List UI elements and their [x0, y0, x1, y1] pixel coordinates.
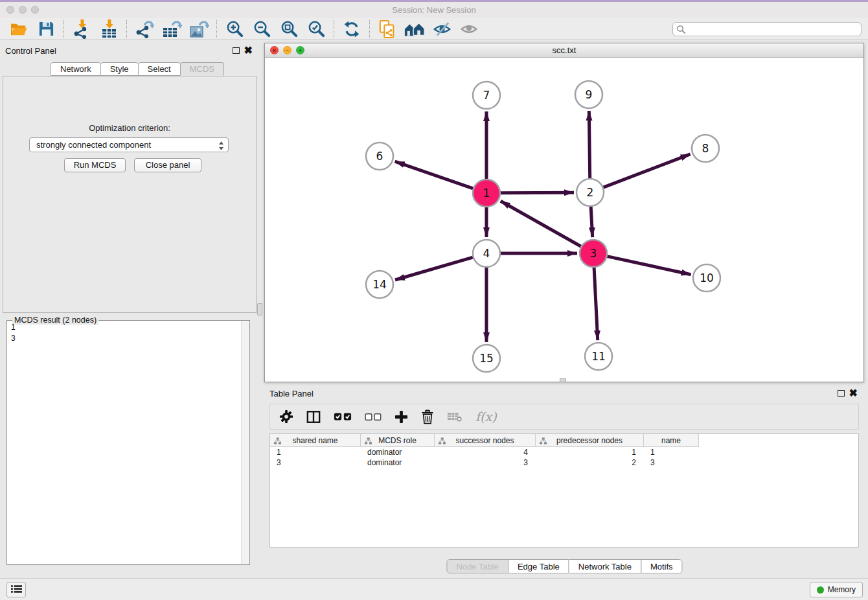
edge-2-8[interactable]	[604, 154, 691, 187]
cell-name[interactable]: 3	[644, 457, 699, 468]
column-tree-icon	[365, 437, 372, 446]
cell-successor-nodes[interactable]: 4	[435, 447, 536, 457]
zoom-selected-icon[interactable]	[303, 19, 330, 40]
node-label-14: 14	[372, 278, 387, 291]
node-table-rows: 1dominator4113dominator323	[270, 447, 858, 468]
memory-button[interactable]: Memory	[810, 582, 863, 597]
mcds-panel: Optimization criterion: strongly connect…	[3, 76, 257, 313]
table-row[interactable]: 3dominator323	[270, 457, 858, 468]
export-table-icon[interactable]	[158, 19, 185, 40]
edge-3-1[interactable]	[501, 201, 581, 246]
optimization-criterion-select[interactable]: strongly connected component	[29, 137, 229, 152]
toolbar-separator	[369, 20, 370, 38]
search-field-wrap	[672, 22, 862, 36]
column-tree-icon	[439, 437, 446, 446]
cell-name[interactable]: 1	[644, 447, 699, 457]
show-panel-eye-icon[interactable]	[455, 19, 483, 40]
export-network-icon[interactable]	[131, 19, 158, 40]
cell-predecessor-nodes[interactable]: 2	[536, 457, 644, 468]
panel-splitter-grip[interactable]	[257, 303, 262, 316]
node-table[interactable]: shared nameMCDS rolesuccessor nodesprede…	[269, 433, 859, 548]
column-header-predecessor-nodes[interactable]: predecessor nodes	[536, 434, 644, 447]
edge-3-10[interactable]	[607, 257, 691, 275]
select-stepper-icon	[218, 141, 224, 153]
tab-network-table[interactable]: Network Table	[569, 559, 641, 573]
hide-panel-eye-icon[interactable]	[428, 19, 455, 40]
apply-layout-icon[interactable]	[338, 19, 365, 40]
cell-successor-nodes[interactable]: 3	[435, 457, 536, 468]
tab-select[interactable]: Select	[138, 62, 181, 76]
select-all-columns-icon[interactable]	[334, 412, 352, 421]
column-header-name[interactable]: name	[644, 434, 699, 447]
table-row[interactable]: 1dominator411	[270, 447, 858, 457]
edge-3-11[interactable]	[594, 268, 598, 340]
unselect-all-columns-icon[interactable]	[365, 413, 382, 421]
table-settings-gear-icon[interactable]	[279, 410, 293, 424]
task-history-button[interactable]	[6, 582, 26, 597]
function-builder-icon: f(x)	[475, 410, 497, 424]
node-label-7: 7	[483, 89, 490, 102]
zoom-fit-icon[interactable]	[275, 19, 303, 40]
close-table-panel-icon[interactable]: ✖	[849, 386, 858, 400]
mcds-result-scrollbar[interactable]	[241, 321, 249, 564]
table-panel-header: Table Panel ✖	[264, 386, 864, 402]
import-network-icon[interactable]	[68, 19, 95, 40]
search-input[interactable]	[672, 22, 862, 36]
main-toolbar	[0, 18, 868, 40]
network-window-resize-grip[interactable]	[560, 378, 566, 382]
mcds-result-line: 3	[11, 333, 240, 344]
mcds-result-lines: 13	[7, 322, 240, 564]
column-label: MCDS role	[378, 436, 417, 445]
open-session-icon[interactable]	[5, 19, 32, 40]
table-panel: Table Panel ✖ f(x) shared nameMCDS roles…	[264, 386, 864, 575]
cell-shared-name[interactable]: 1	[270, 447, 361, 457]
tab-node-table[interactable]: Node Table	[446, 559, 508, 573]
float-panel-icon[interactable]	[233, 47, 240, 54]
column-header-mcds-role[interactable]: MCDS role	[361, 434, 435, 447]
cell-mcds-role[interactable]: dominator	[361, 447, 435, 457]
delete-column-trash-icon[interactable]	[421, 410, 434, 424]
column-label: predecessor nodes	[556, 436, 622, 445]
cell-predecessor-nodes[interactable]: 1	[536, 447, 644, 457]
show-column-panel-icon[interactable]	[306, 410, 321, 424]
export-image-icon[interactable]	[185, 19, 212, 40]
edge-1-2[interactable]	[501, 192, 574, 193]
float-table-panel-icon[interactable]	[838, 390, 845, 397]
column-label: name	[661, 436, 681, 445]
tab-mcds[interactable]: MCDS	[180, 62, 224, 76]
table-toolbar: f(x)	[269, 404, 859, 430]
network-window-titlebar[interactable]: × − + scc.txt	[265, 43, 863, 58]
zoom-out-icon[interactable]	[248, 19, 275, 40]
network-overview-icon[interactable]	[401, 19, 428, 40]
zoom-in-icon[interactable]	[221, 19, 248, 40]
tab-network[interactable]: Network	[51, 62, 101, 76]
column-tree-icon	[274, 437, 281, 446]
cell-shared-name[interactable]: 3	[270, 457, 361, 468]
edge-1-6[interactable]	[395, 161, 474, 189]
window-title: Session: New Session	[0, 5, 868, 15]
tab-edge-table[interactable]: Edge Table	[508, 559, 569, 573]
column-header-successor-nodes[interactable]: successor nodes	[435, 434, 536, 447]
column-label: shared name	[292, 436, 337, 445]
toolbar-separator	[126, 20, 127, 38]
node-label-15: 15	[479, 352, 494, 365]
close-panel-button[interactable]: Close panel	[134, 158, 201, 172]
create-column-plus-icon[interactable]	[394, 410, 408, 424]
criterion-value: strongly connected component	[36, 140, 151, 150]
table-panel-title: Table Panel	[269, 389, 314, 398]
network-canvas[interactable]: 1234678910111415	[265, 58, 863, 382]
search-icon	[676, 25, 686, 36]
tab-style[interactable]: Style	[100, 62, 139, 76]
edge-2-9[interactable]	[589, 111, 589, 178]
run-mcds-button[interactable]: Run MCDS	[64, 158, 126, 172]
clone-network-icon[interactable]	[374, 19, 401, 40]
edge-4-14[interactable]	[395, 257, 473, 280]
column-header-shared-name[interactable]: shared name	[270, 434, 361, 447]
tab-motifs[interactable]: Motifs	[641, 559, 683, 573]
save-session-icon[interactable]	[32, 19, 60, 40]
edge-2-3[interactable]	[591, 207, 593, 237]
import-table-icon[interactable]	[95, 19, 122, 40]
cell-mcds-role[interactable]: dominator	[361, 457, 435, 468]
close-panel-icon[interactable]: ✖	[244, 43, 253, 58]
toolbar-separator	[334, 20, 334, 38]
